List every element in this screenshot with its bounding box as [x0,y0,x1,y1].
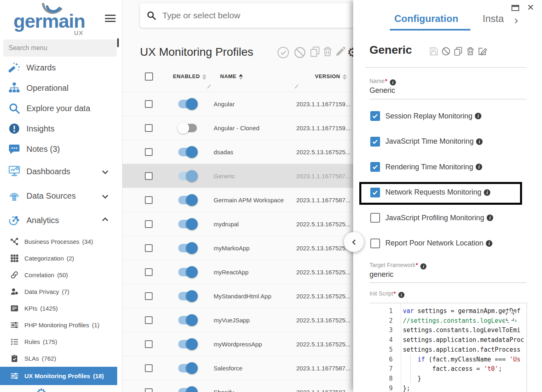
checkbox-row-session-replay-monitoring[interactable]: Session Replay Monitoring i [370,109,481,123]
sidebar-item-php-monitoring-profiles[interactable]: PHP Monitoring Profiles (1) [0,317,117,333]
row-checkbox[interactable] [145,172,153,180]
info-icon[interactable]: i [476,138,483,145]
checkbox[interactable] [370,137,380,147]
row-checkbox[interactable] [145,292,153,300]
settings-icon[interactable]: ⚙ [347,46,353,59]
delete-icon[interactable] [466,47,475,57]
column-header-name[interactable]: NAME [220,73,243,80]
enabled-toggle[interactable] [178,267,197,277]
info-icon[interactable]: i [486,240,492,247]
table-row[interactable]: Shopify 2023.1.1.1677587... [122,380,353,392]
checkbox-row-report-poor-network-location[interactable]: Report Poor Network Location i [370,237,492,250]
row-checkbox[interactable] [145,196,153,204]
delete-icon[interactable] [322,46,333,59]
gear-icon[interactable]: ⚙ [36,386,47,392]
checkbox[interactable] [370,213,380,223]
checkbox[interactable] [370,239,380,248]
enabled-toggle[interactable] [178,195,197,205]
row-checkbox[interactable] [145,364,153,372]
row-checkbox[interactable] [145,220,153,228]
ban-icon[interactable] [294,46,306,60]
table-row[interactable]: mydrupal 2022.5.13.167525... [122,212,353,236]
copy-icon[interactable] [454,47,463,57]
tab-configuration[interactable]: Configuration [394,13,458,24]
profiles-search-input[interactable] [162,11,333,20]
checkbox[interactable] [370,162,380,172]
enabled-toggle[interactable] [178,387,197,392]
table-row[interactable]: Angular - Cloned 2023.1.1.1677159... [122,116,353,140]
sidebar-item-notes[interactable]: Notes (3) [0,139,117,159]
sidebar-item-business-processes[interactable]: Business Processes (34) [0,233,117,250]
enabled-toggle[interactable] [178,147,197,157]
info-icon[interactable]: i [475,113,481,119]
column-resize-handle[interactable]: ∕∕ [295,83,297,90]
sidebar-item-dashboards[interactable]: Dashboards [0,159,117,184]
enabled-toggle[interactable] [178,219,197,229]
table-row[interactable]: Germain APM Workspace 2023.1.1.1677587..… [122,188,353,212]
ban-icon[interactable] [441,47,450,57]
sidebar-item-kpis[interactable]: KPIs (1425) [0,300,117,317]
table-row[interactable]: myMarkoApp 2022.5.13.167525... [122,236,353,260]
save-icon[interactable] [429,47,438,57]
tab-installation[interactable]: Insta [483,13,504,24]
copy-icon[interactable] [310,46,320,59]
checkbox-row-rendering-time-monitoring[interactable]: Rendering Time Monitoring i [370,160,482,174]
sidebar-scrollbar[interactable] [117,38,119,47]
checkbox-row-javascript-profiling-monitoring[interactable]: JavaScript Profiling Monitoring i [370,211,493,225]
sidebar-item-wizards[interactable]: Wizards [0,57,117,78]
sidebar-item-categorization[interactable]: Categorization (2) [0,250,117,267]
enabled-toggle[interactable] [178,171,197,181]
init-script-editor[interactable]: 1var settings = germainApm.getDef2//sett… [369,303,527,392]
row-checkbox[interactable] [145,388,153,392]
column-header-enabled[interactable]: ENABLED [173,73,206,80]
info-icon[interactable]: i [420,263,426,269]
table-row[interactable]: Salesforce 2023.1.1.1677587... [122,356,353,380]
sidebar-item-analytics[interactable]: Analytics [0,208,117,232]
enabled-toggle[interactable] [178,291,197,301]
sidebar-item-ux-monitoring-profiles[interactable]: UX Monitoring Profiles (18) [0,367,117,385]
table-row[interactable]: myVueJSapp 2022.5.13.167525... [122,308,353,332]
table-row[interactable]: myWordpressApp 2022.5.13.167525... [122,332,353,356]
name-field-value[interactable]: Generic [369,86,395,95]
target-framework-value[interactable]: generic [369,270,393,279]
sidebar-item-slas[interactable]: SLAs (762) [0,350,117,367]
maximize-icon[interactable] [511,5,519,11]
checkbox[interactable] [370,188,380,197]
panel-collapse-button[interactable] [344,232,364,252]
table-row[interactable]: myReactApp 2022.5.13.167525... [122,260,353,284]
info-icon[interactable]: i [398,292,404,298]
sidebar-item-operational[interactable]: Operational [0,78,117,98]
info-icon[interactable]: i [487,215,493,221]
info-icon[interactable]: i [484,189,490,196]
sidebar-search-input[interactable] [3,39,117,57]
edit-icon[interactable] [335,46,345,59]
sidebar-item-rules[interactable]: Rules (175) [0,333,117,350]
row-checkbox[interactable] [145,340,153,348]
table-row[interactable]: dsadas 2022.5.13.167525... [122,140,353,164]
enabled-toggle[interactable] [178,363,197,373]
checkbox[interactable] [370,111,380,121]
column-resize-handle[interactable]: ∕∕ [208,83,210,90]
sidebar-item-correlation[interactable]: Correlation (50) [0,267,117,283]
sidebar-item-data-sources[interactable]: Data Sources [0,184,117,208]
enabled-toggle[interactable] [178,123,197,133]
enabled-toggle[interactable] [178,243,197,253]
sidebar-item-explore-your-data[interactable]: Explore your data [0,98,117,118]
table-row[interactable]: MyStandardHtml App 2022.5.13.167525... [122,284,353,308]
tab-scroll-right-icon[interactable] [514,17,517,24]
enabled-toggle[interactable] [178,315,197,325]
table-row[interactable]: Angular 2023.1.1.1677159... [122,92,353,116]
approve-icon[interactable] [277,46,289,60]
row-checkbox[interactable] [145,268,153,276]
select-all-checkbox[interactable] [145,72,153,81]
row-checkbox[interactable] [145,124,153,132]
hamburger-menu-icon[interactable] [105,15,116,23]
info-icon[interactable]: i [476,164,482,170]
enabled-toggle[interactable] [178,99,197,109]
info-icon[interactable]: i [390,79,396,85]
row-checkbox[interactable] [145,316,153,324]
checkbox-row-network-requests-monitoring[interactable]: Network Requests Monitoring i [370,186,490,199]
column-header-version[interactable]: VERSION [315,73,347,80]
expand-icon[interactable] [505,311,515,322]
enabled-toggle[interactable] [178,339,197,349]
